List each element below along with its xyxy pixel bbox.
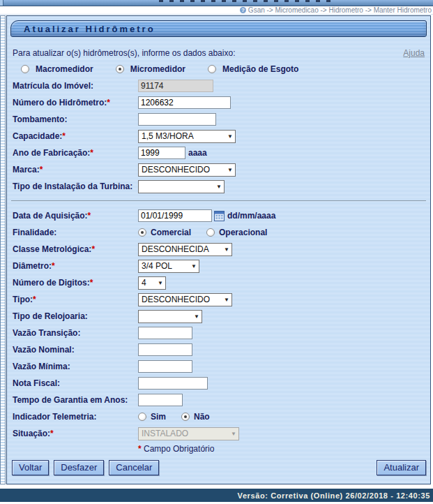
diametro-row: Diâmetro:* 3/4 POL▼ <box>7 258 430 274</box>
classe-metrologica-select[interactable]: DESCONHECIDA▼ <box>138 243 232 256</box>
numero-hidrometro-row: Número do Hidrômetro:* <box>7 94 430 111</box>
vazao-minima-field[interactable] <box>138 360 192 373</box>
ano-format-hint: aaaa <box>188 148 207 158</box>
intro-text: Para atualizar o(s) hidrômetros(s), info… <box>13 48 235 58</box>
classe-metrologica-label: Classe Metrológica:* <box>13 244 138 254</box>
data-aquisicao-row: Data de Aquisição:* dd/mm/aaaa <box>7 207 430 224</box>
vazao-nominal-label: Vazão Nominal: <box>13 345 138 355</box>
finalidade-operacional-radio[interactable] <box>206 228 215 237</box>
chevron-down-icon: ▼ <box>194 313 199 320</box>
ano-fabricacao-field[interactable] <box>138 147 185 159</box>
vazao-nominal-field[interactable] <box>138 343 192 356</box>
vazao-transicao-label: Vazão Transição: <box>13 328 138 338</box>
matricula-row: Matrícula do Imóvel: <box>7 77 430 94</box>
chevron-down-icon: ▼ <box>227 167 233 173</box>
left-decorative-strip <box>0 15 6 484</box>
capacidade-row: Capacidade:* 1,5 M3/HORA▼ <box>7 128 430 144</box>
page-title: Atualizar Hidrômetro <box>24 24 155 34</box>
tempo-garantia-field[interactable] <box>138 394 183 406</box>
breadcrumb: Gsan -> Micromedicao -> Hidrometro -> Ma… <box>248 6 432 15</box>
numero-digitos-row: Número de Digitos:* 4▼ <box>7 274 430 291</box>
atualizar-button[interactable]: Atualizar <box>377 460 426 475</box>
situacao-label: Situação:* <box>13 429 138 438</box>
breadcrumb-row: ? Gsan -> Micromedicao -> Hidrometro -> … <box>0 6 433 15</box>
vazao-transicao-field[interactable] <box>138 327 192 339</box>
micromedidor-radio[interactable] <box>116 65 124 73</box>
content-frame: Atualizar Hidrômetro Para atualizar o(s)… <box>0 15 431 484</box>
macromedidor-label: Macromedidor <box>36 64 93 74</box>
marca-row: Marca:* DESCONHECIDO▼ <box>7 161 430 178</box>
capacidade-select[interactable]: 1,5 M3/HORA▼ <box>138 130 236 143</box>
chevron-down-icon: ▼ <box>227 133 233 140</box>
medicao-esgoto-label: Medição de Esgoto <box>222 64 298 74</box>
data-format-hint: dd/mm/aaaa <box>227 211 275 221</box>
tombamento-label: Tombamento: <box>13 114 138 124</box>
telemetria-sim-label: Sim <box>151 412 166 422</box>
finalidade-row: Finalidade: Comercial Operacional <box>7 224 430 241</box>
top-nav-bar <box>0 0 433 6</box>
ajuda-link[interactable]: Ajuda <box>403 48 425 58</box>
macromedidor-radio[interactable] <box>21 65 29 73</box>
page-title-bar: Atualizar Hidrômetro <box>10 20 427 37</box>
cancelar-button[interactable]: Cancelar <box>109 460 159 475</box>
tipo-instalacao-turbina-row: Tipo de Instalação da Turbina: ▼ <box>7 178 430 195</box>
indicador-telemetria-label: Indicador Telemetria: <box>13 412 138 422</box>
finalidade-comercial-radio[interactable] <box>138 228 146 237</box>
tipo-relojoaria-label: Tipo de Relojoaria: <box>13 311 138 321</box>
data-aquisicao-label: Data de Aquisição:* <box>13 211 138 221</box>
nota-fiscal-label: Nota Fiscal: <box>13 378 138 388</box>
numero-digitos-select[interactable]: 4▼ <box>138 276 166 290</box>
numero-digitos-label: Número de Digitos:* <box>13 278 138 288</box>
required-field-note: * Campo Obrigatório <box>138 444 430 454</box>
vazao-transicao-row: Vazão Transição: <box>7 325 430 341</box>
vazao-nominal-row: Vazão Nominal: <box>7 341 430 358</box>
marca-select[interactable]: DESCONHECIDO▼ <box>138 163 236 177</box>
matricula-field <box>138 80 213 92</box>
tipo-select[interactable]: DESCONHECIDO▼ <box>138 293 232 306</box>
meter-type-radio-group: Macromedidor Micromedidor Medição de Esg… <box>21 64 430 74</box>
diametro-select[interactable]: 3/4 POL▼ <box>138 260 199 273</box>
chevron-down-icon: ▼ <box>224 297 229 303</box>
tipo-instalacao-turbina-label: Tipo de Instalação da Turbina: <box>13 181 138 191</box>
tipo-relojoaria-row: Tipo de Relojoaria: ▼ <box>7 308 430 325</box>
nota-fiscal-field[interactable] <box>138 377 208 390</box>
situacao-row: Situação:* INSTALADO▼ <box>7 425 430 442</box>
nota-fiscal-row: Nota Fiscal: <box>7 375 430 392</box>
chevron-down-icon: ▼ <box>191 263 197 269</box>
tipo-instalacao-turbina-select[interactable]: ▼ <box>138 180 225 193</box>
indicador-telemetria-row: Indicador Telemetria: Sim Não <box>7 408 430 425</box>
telemetria-nao-label: Não <box>194 412 210 422</box>
version-status-bar: Versão: Corretiva (Online) 26/02/2018 - … <box>0 489 433 502</box>
tombamento-row: Tombamento: <box>7 111 430 128</box>
classe-metrologica-row: Classe Metrológica:* DESCONHECIDA▼ <box>7 241 430 258</box>
finalidade-comercial-label: Comercial <box>151 228 191 237</box>
tombamento-field[interactable] <box>138 113 216 126</box>
calendar-icon[interactable] <box>214 211 225 221</box>
numero-hidrometro-field[interactable] <box>138 96 231 109</box>
version-text: Versão: Corretiva (Online) 26/02/2018 - … <box>238 491 430 500</box>
chevron-down-icon: ▼ <box>231 431 236 437</box>
tempo-garantia-row: Tempo de Garantia em Anos: <box>7 392 430 408</box>
telemetria-sim-radio[interactable] <box>138 413 146 421</box>
tempo-garantia-label: Tempo de Garantia em Anos: <box>13 395 138 405</box>
tipo-relojoaria-select[interactable]: ▼ <box>138 310 202 323</box>
medicao-esgoto-radio[interactable] <box>208 65 216 73</box>
capacidade-label: Capacidade:* <box>13 131 138 141</box>
marca-label: Marca:* <box>13 165 138 175</box>
ano-fabricacao-row: Ano de Fabricação:* aaaa <box>7 144 430 161</box>
top-nav-corner <box>0 0 3 6</box>
matricula-label: Matrícula do Imóvel: <box>13 81 138 91</box>
help-icon[interactable]: ? <box>240 7 246 13</box>
diametro-label: Diâmetro:* <box>13 261 138 271</box>
chevron-down-icon: ▼ <box>224 246 229 253</box>
numero-hidrometro-label: Número do Hidrômetro:* <box>13 98 138 108</box>
micromedidor-label: Micromedidor <box>130 64 185 74</box>
voltar-button[interactable]: Voltar <box>12 460 49 475</box>
chevron-down-icon: ▼ <box>158 280 163 286</box>
desfazer-button[interactable]: Desfazer <box>54 460 104 475</box>
action-button-row: Voltar Desfazer Cancelar Atualizar <box>12 460 426 475</box>
data-aquisicao-field[interactable] <box>138 209 212 222</box>
vazao-minima-row: Vazão Mínima: <box>7 358 430 375</box>
tipo-label: Tipo:* <box>13 295 138 304</box>
telemetria-nao-radio[interactable] <box>181 413 190 421</box>
